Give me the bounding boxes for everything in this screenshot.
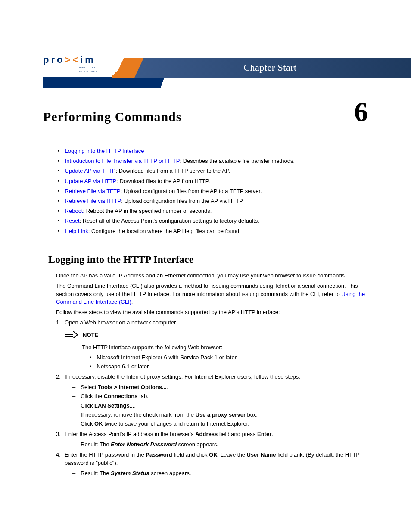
- step-item: 3. Enter the Access Point's IP address i…: [56, 430, 368, 438]
- steps-list: 1. Open a Web browser on a network compu…: [56, 319, 368, 327]
- toc-link[interactable]: Update AP via HTTP: [65, 178, 117, 184]
- brand-subtitle: WIRELESS NETWORKS: [79, 66, 112, 73]
- toc-item: Update AP via TFTP: Download files from …: [65, 167, 368, 175]
- toc-link[interactable]: Introduction to File Transfer via TFTP o…: [65, 158, 180, 164]
- brand-logo: pro><im WIRELESS NETWORKS: [0, 53, 112, 78]
- list-item: Select Tools > Internet Options....: [72, 383, 368, 391]
- brand-arrow-icon: ><: [65, 54, 80, 65]
- section-heading: Logging into the HTTP Interface: [48, 252, 368, 267]
- toc-link[interactable]: Reboot: [65, 208, 83, 214]
- list-item: Click the Connections tab.: [72, 392, 368, 400]
- list-item: Result: The System Status screen appears…: [72, 470, 368, 477]
- note-arrow-icon: [65, 329, 78, 341]
- list-item: Click LAN Settings....: [72, 402, 368, 410]
- list-item: If necessary, remove the check mark from…: [72, 411, 368, 419]
- list-item: Result: The Enter Network Password scree…: [72, 441, 368, 448]
- header-rule: [0, 77, 411, 88]
- page-header: pro><im WIRELESS NETWORKS Chapter Start: [0, 34, 411, 78]
- toc-link[interactable]: Retrieve File via TFTP: [65, 188, 121, 194]
- substeps: Result: The Enter Network Password scree…: [72, 441, 368, 448]
- toc-item: Update AP via HTTP: Download files to th…: [65, 177, 368, 185]
- note-label: NOTE: [83, 331, 98, 339]
- note-block: NOTE: [65, 329, 368, 341]
- banner-label: Chapter Start: [243, 61, 296, 75]
- note-bullets: Microsoft Internet Explorer 6 with Servi…: [90, 354, 368, 370]
- paragraph: Follow these steps to view the available…: [56, 308, 368, 316]
- steps-list: 4. Enter the HTTP password in the Passwo…: [56, 451, 368, 467]
- toc-item: Introduction to File Transfer via TFTP o…: [65, 157, 368, 165]
- toc-item: Retrieve File via TFTP: Upload configura…: [65, 187, 368, 195]
- step-item: 2. If necessary, disable the Internet pr…: [56, 373, 368, 381]
- toc-link[interactable]: Help Link: [65, 228, 88, 234]
- toc-item: Reset: Reset all of the Access Point's c…: [65, 217, 368, 225]
- step-item: 4. Enter the HTTP password in the Passwo…: [56, 451, 368, 467]
- toc-link[interactable]: Reset: [65, 218, 80, 224]
- substeps: Select Tools > Internet Options.... Clic…: [72, 383, 368, 428]
- note-body: The HTTP interface supports the followin…: [82, 344, 368, 352]
- list-item: Netscape 6.1 or later: [90, 363, 368, 370]
- step-item: 1. Open a Web browser on a network compu…: [56, 319, 368, 327]
- paragraph: The Command Line Interface (CLI) also pr…: [56, 282, 368, 306]
- content-body: Logging into the HTTP Interface Introduc…: [0, 126, 411, 477]
- paragraph: Once the AP has a valid IP Address and a…: [56, 272, 368, 280]
- list-item: Microsoft Internet Explorer 6 with Servi…: [90, 354, 368, 361]
- brand-post: im: [80, 54, 96, 65]
- list-item: Click OK twice to save your changes and …: [72, 420, 368, 428]
- substeps: Result: The System Status screen appears…: [72, 470, 368, 477]
- toc-item: Retrieve File via HTTP: Upload configura…: [65, 197, 368, 205]
- toc-item: Logging into the HTTP Interface: [65, 147, 368, 155]
- toc-item: Reboot: Reboot the AP in the specified n…: [65, 207, 368, 215]
- steps-list: 3. Enter the Access Point's IP address i…: [56, 430, 368, 438]
- brand-pre: pro: [43, 54, 65, 65]
- toc-link[interactable]: Retrieve File via HTTP: [65, 198, 121, 204]
- toc-link[interactable]: Update AP via TFTP: [65, 168, 116, 174]
- toc-list: Logging into the HTTP Interface Introduc…: [56, 147, 368, 235]
- steps-list: 2. If necessary, disable the Internet pr…: [56, 373, 368, 381]
- toc-link[interactable]: Logging into the HTTP Interface: [65, 148, 144, 154]
- toc-item: Help Link: Configure the location where …: [65, 227, 368, 235]
- banner: Chapter Start: [112, 58, 411, 78]
- chapter-title: Performing Commands: [43, 108, 181, 126]
- chapter-number: 6: [354, 101, 368, 123]
